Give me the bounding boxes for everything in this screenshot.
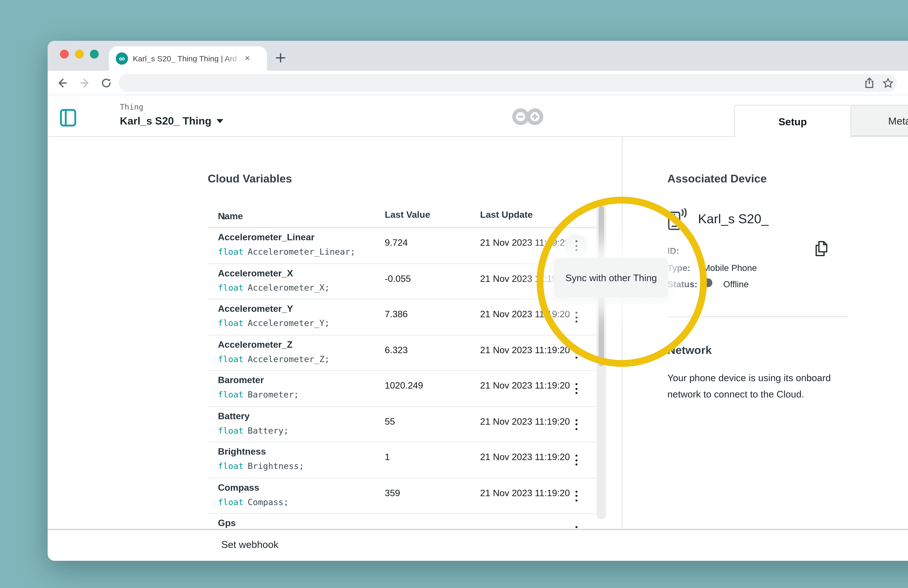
share-icon[interactable] [863, 78, 874, 88]
bookmark-star-icon[interactable] [882, 78, 894, 88]
row-menu-kebab-icon[interactable] [565, 448, 588, 472]
sync-menu-label: Sync with other Thing [565, 272, 657, 283]
variable-declaration: floatAccelerometer_Z; [218, 353, 330, 364]
variable-name[interactable]: Brightness [218, 447, 266, 456]
zoom-window-button[interactable] [90, 50, 99, 59]
row-menu-kebab-icon[interactable] [565, 520, 588, 529]
breadcrumb: Thing [120, 102, 143, 112]
desktop: ∞ Karl_s S20_ Thing Thing | Ard ✕ [0, 0, 908, 588]
last-value-cell: 1020.249 [385, 381, 423, 390]
sort-descending-icon: ↓ [222, 211, 227, 221]
last-update-cell: 21 Nov 2023 11:19:20 [480, 238, 570, 248]
thing-name-dropdown[interactable]: Karl_s S20_ Thing [120, 115, 224, 127]
reload-icon[interactable] [100, 77, 113, 89]
back-icon[interactable] [56, 77, 69, 89]
variable-declaration: floatBarometer; [218, 389, 299, 400]
row-menu-kebab-icon[interactable] [565, 234, 588, 257]
close-window-button[interactable] [60, 50, 69, 59]
browser-tab[interactable]: ∞ Karl_s S20_ Thing Thing | Ard ✕ [109, 46, 267, 71]
table-scrollbar-track[interactable] [597, 202, 606, 519]
column-header-last-update: Last Update [480, 210, 533, 220]
last-update-cell: 21 Nov 2023 11:19:20 [480, 309, 570, 319]
mobile-phone-icon [667, 208, 688, 231]
panel-divider [622, 137, 623, 529]
row-menu-kebab-icon[interactable] [565, 484, 588, 508]
table-body: Accelerometer_Linear floatAccelerometer_… [208, 228, 599, 529]
variable-name[interactable]: Accelerometer_Linear [218, 232, 314, 242]
last-value-cell: 7.386 [385, 309, 408, 319]
arduino-favicon-icon: ∞ [116, 53, 128, 65]
variable-name[interactable]: Accelerometer_Z [218, 339, 293, 349]
close-tab-icon[interactable]: ✕ [245, 55, 250, 62]
device-section-divider [667, 316, 848, 317]
variable-name[interactable]: Accelerometer_X [218, 268, 293, 278]
last-update-cell: 21 Nov 2023 11:19:20 [480, 452, 570, 462]
variable-declaration: floatAccelerometer_X; [218, 282, 330, 292]
declaration-text: Accelerometer_Z; [248, 353, 330, 364]
table-row: Battery floatBattery; 55 21 Nov 2023 11:… [208, 407, 599, 442]
browser-tab-strip: ∞ Karl_s S20_ Thing Thing | Ard ✕ [48, 41, 908, 71]
declaration-text: Compass; [248, 496, 289, 507]
thing-tabs: Setup Metadata [734, 105, 908, 138]
last-value-cell: -0.055 [385, 273, 411, 283]
thing-name-text: Karl_s S20_ Thing [120, 115, 211, 127]
declaration-text: Brightness; [248, 461, 304, 471]
type-keyword: float [218, 246, 243, 257]
last-update-cell: 21 Nov 2023 11:19:20 [480, 488, 570, 498]
setup-content: Cloud Variables Name↓ Last Value Last Up… [48, 137, 908, 529]
row-menu-kebab-icon[interactable] [565, 413, 588, 436]
table-row: Accelerometer_X floatAccelerometer_X; -0… [208, 264, 599, 299]
window-controls [60, 50, 99, 59]
variable-name[interactable]: Battery [218, 411, 250, 421]
tab-title: Karl_s S20_ Thing Thing | Ard [133, 55, 243, 63]
variable-name[interactable]: Accelerometer_Y [218, 304, 293, 314]
last-value-cell: 55 [385, 416, 395, 426]
table-row: Compass floatCompass; 359 21 Nov 2023 11… [208, 478, 599, 514]
type-keyword: float [218, 496, 243, 507]
forward-icon[interactable] [78, 77, 91, 89]
last-update-cell: 21 Nov 2023 11:19:20 [480, 416, 570, 426]
variable-declaration: floatCompass; [218, 496, 289, 507]
set-webhook-button[interactable]: Set webhook [221, 539, 279, 550]
table-row: Barometer floatBarometer; 1020.249 21 No… [208, 371, 599, 407]
status-offline-dot [704, 278, 712, 287]
device-name: Karl_s S20_ [698, 212, 768, 227]
cloud-variables-table: Name↓ Last Value Last Update Acceleromet… [208, 208, 599, 529]
table-row: Accelerometer_Linear floatAccelerometer_… [208, 228, 599, 264]
device-status-value: Offline [723, 279, 749, 289]
type-keyword: float [218, 353, 243, 364]
variable-declaration: floatAccelerometer_Y; [218, 318, 330, 328]
row-menu-kebab-icon[interactable] [565, 341, 588, 365]
sidebar-toggle-icon[interactable] [60, 109, 76, 127]
type-keyword: float [218, 461, 243, 471]
browser-toolbar [48, 71, 908, 95]
last-value-cell: 1 [385, 452, 390, 462]
cloud-variables-title: Cloud Variables [208, 172, 292, 185]
variable-name[interactable]: Gps [218, 518, 236, 528]
network-description: Your phone device is using its onboard n… [667, 370, 857, 402]
variable-declaration: floatAccelerometer_Linear; [218, 246, 355, 257]
thing-header: Thing Karl_s S20_ Thing Setup Metadata [48, 95, 908, 137]
table-row: Accelerometer_Y floatAccelerometer_Y; 7.… [208, 299, 599, 335]
sync-menu-item[interactable]: Sync with other Thing [554, 258, 668, 297]
declaration-text: Accelerometer_Y; [248, 318, 330, 328]
type-keyword: float [218, 425, 243, 435]
type-keyword: float [218, 389, 243, 400]
last-value-cell: 9.724 [385, 238, 408, 248]
variable-name[interactable]: Compass [218, 482, 259, 492]
tab-setup[interactable]: Setup [734, 105, 851, 138]
variable-name[interactable]: Barometer [218, 375, 264, 385]
address-bar[interactable] [119, 74, 897, 92]
row-menu-kebab-icon[interactable] [565, 305, 588, 329]
associated-device-title: Associated Device [667, 172, 767, 185]
row-menu-kebab-icon[interactable] [565, 377, 588, 400]
table-row: Accelerometer_Z floatAccelerometer_Z; 6.… [208, 335, 599, 371]
device-type-value: Mobile Phone [703, 263, 757, 273]
declaration-text: Accelerometer_Linear; [248, 246, 356, 257]
minimize-window-button[interactable] [75, 50, 84, 59]
browser-window: ∞ Karl_s S20_ Thing Thing | Ard ✕ [48, 41, 908, 561]
copy-id-icon[interactable] [815, 240, 828, 257]
declaration-text: Battery; [248, 425, 289, 435]
tab-metadata[interactable]: Metadata [851, 105, 908, 136]
new-tab-button[interactable] [275, 53, 286, 63]
